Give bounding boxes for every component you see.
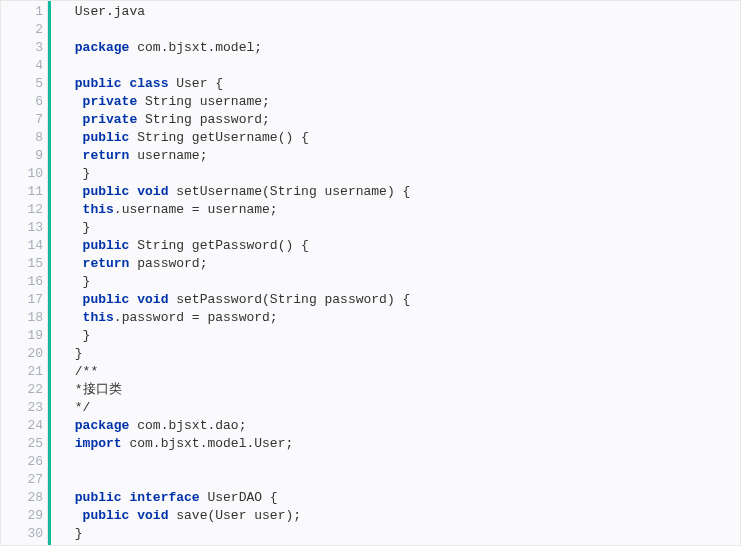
code-token-plain: [67, 436, 75, 451]
code-token-plain: [67, 292, 83, 307]
code-token-plain: com.bjsxt.model;: [129, 40, 262, 55]
code-line: }: [67, 327, 740, 345]
line-number: 17: [1, 291, 43, 309]
line-number: 21: [1, 363, 43, 381]
code-token-plain: [67, 418, 75, 433]
code-token-kw: public: [83, 238, 130, 253]
code-token-plain: [67, 94, 83, 109]
code-line: private String username;: [67, 93, 740, 111]
code-token-kw: void: [137, 292, 168, 307]
code-token-kw: return: [83, 256, 130, 271]
code-line: [67, 471, 740, 489]
code-token-plain: [67, 130, 83, 145]
code-line: /**: [67, 363, 740, 381]
code-token-kw: void: [137, 184, 168, 199]
code-token-kw: import: [75, 436, 122, 451]
code-token-plain: com.bjsxt.dao;: [129, 418, 246, 433]
line-number: 30: [1, 525, 43, 543]
code-token-plain: [67, 148, 83, 163]
line-number-gutter: 1234567891011121314151617181920212223242…: [1, 1, 48, 545]
code-token-kw: public: [83, 130, 130, 145]
code-token-plain: [67, 490, 75, 505]
code-token-plain: save(User user);: [168, 508, 301, 523]
code-token-plain: .username = username;: [114, 202, 278, 217]
code-token-plain: setUsername(String username) {: [168, 184, 410, 199]
code-token-plain: User.java: [67, 4, 145, 19]
code-line: package com.bjsxt.model;: [67, 39, 740, 57]
code-token-plain: [67, 76, 75, 91]
code-line: [67, 453, 740, 471]
code-line: package com.bjsxt.dao;: [67, 417, 740, 435]
code-token-kw: class: [129, 76, 168, 91]
line-number: 13: [1, 219, 43, 237]
code-token-plain: [67, 40, 75, 55]
code-token-kw: private: [83, 94, 138, 109]
code-token-kw: this: [83, 202, 114, 217]
code-line: *接口类: [67, 381, 740, 399]
line-number: 11: [1, 183, 43, 201]
code-line: this.username = username;: [67, 201, 740, 219]
line-number: 6: [1, 93, 43, 111]
line-number: 10: [1, 165, 43, 183]
code-line: public String getUsername() {: [67, 129, 740, 147]
code-token-plain: [67, 310, 83, 325]
code-token-plain: password;: [129, 256, 207, 271]
code-token-plain: }: [67, 274, 90, 289]
code-token-kw: public: [75, 490, 122, 505]
code-token-plain: String password;: [137, 112, 270, 127]
code-token-plain: }: [67, 346, 83, 361]
line-number: 23: [1, 399, 43, 417]
line-number: 26: [1, 453, 43, 471]
code-token-plain: }: [67, 328, 90, 343]
code-line: }: [67, 165, 740, 183]
line-number: 1: [1, 3, 43, 21]
code-token-plain: }: [67, 220, 90, 235]
code-token-kw: this: [83, 310, 114, 325]
code-token-plain: /**: [67, 364, 98, 379]
code-token-plain: UserDAO {: [200, 490, 278, 505]
line-number: 12: [1, 201, 43, 219]
code-line: public class User {: [67, 75, 740, 93]
code-token-plain: [67, 202, 83, 217]
line-number: 18: [1, 309, 43, 327]
code-token-plain: [67, 238, 83, 253]
code-content: User.java package com.bjsxt.model; publi…: [51, 1, 740, 545]
line-number: 8: [1, 129, 43, 147]
code-token-kw: return: [83, 148, 130, 163]
code-line: }: [67, 345, 740, 363]
code-line: }: [67, 273, 740, 291]
code-token-plain: com.bjsxt.model.User;: [122, 436, 294, 451]
code-token-plain: }: [67, 526, 83, 541]
code-token-plain: User {: [168, 76, 223, 91]
code-block: 1234567891011121314151617181920212223242…: [0, 0, 741, 546]
line-number: 15: [1, 255, 43, 273]
line-number: 28: [1, 489, 43, 507]
line-number: 14: [1, 237, 43, 255]
line-number: 5: [1, 75, 43, 93]
code-token-kw: public: [83, 508, 130, 523]
code-token-plain: String username;: [137, 94, 270, 109]
code-line: import com.bjsxt.model.User;: [67, 435, 740, 453]
code-line: private String password;: [67, 111, 740, 129]
code-token-plain: String getPassword() {: [129, 238, 308, 253]
code-token-kw: package: [75, 40, 130, 55]
code-line: public interface UserDAO {: [67, 489, 740, 507]
code-token-plain: [67, 112, 83, 127]
line-number: 2: [1, 21, 43, 39]
line-number: 9: [1, 147, 43, 165]
code-line: */: [67, 399, 740, 417]
code-token-plain: [67, 508, 83, 523]
line-number: 27: [1, 471, 43, 489]
line-number: 4: [1, 57, 43, 75]
code-line: public void setUsername(String username)…: [67, 183, 740, 201]
code-line: this.password = password;: [67, 309, 740, 327]
code-line: public String getPassword() {: [67, 237, 740, 255]
code-token-plain: [67, 256, 83, 271]
code-token-plain: }: [67, 166, 90, 181]
line-number: 16: [1, 273, 43, 291]
code-token-kw: public: [83, 184, 130, 199]
code-token-kw: private: [83, 112, 138, 127]
code-token-kw: public: [75, 76, 122, 91]
code-token-kw: interface: [129, 490, 199, 505]
code-token-plain: .password = password;: [114, 310, 278, 325]
